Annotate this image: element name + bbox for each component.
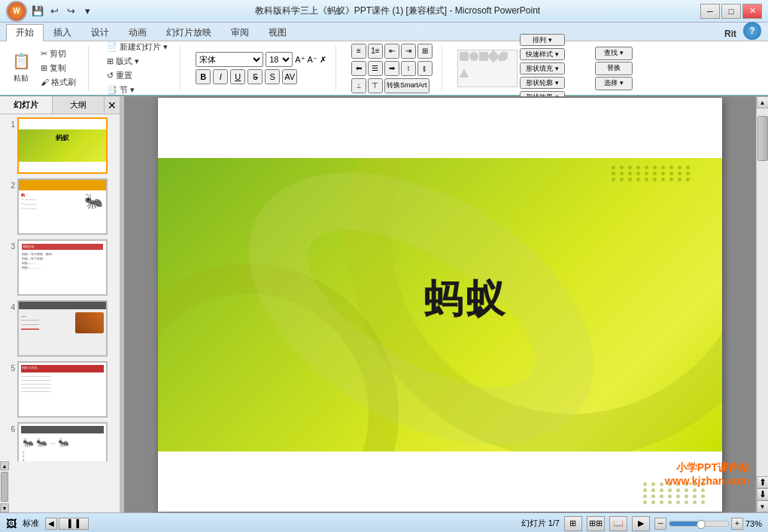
reset-button[interactable]: ↺ 重置 (104, 69, 171, 82)
reading-view-button[interactable]: 📖 (609, 516, 627, 531)
tab-slideshow[interactable]: 幻灯片放映 (156, 24, 221, 41)
theme-prev-button[interactable]: ◀ (45, 518, 57, 530)
strikethrough-button[interactable]: S̶ (247, 69, 263, 84)
slide-main-title[interactable]: 蚂蚁 (423, 273, 508, 326)
italic-button[interactable]: I (213, 69, 228, 84)
close-button[interactable]: ✕ (742, 4, 762, 19)
slide-thumb-6[interactable]: 🐜 🐜 —— 🐜 1. 2. 3. (17, 422, 108, 461)
shapes-panel[interactable] (457, 50, 518, 87)
list-item[interactable]: 4 ..... —————— —————— ▬▬▬▬▬▬ (3, 300, 117, 357)
tab-outline[interactable]: 大纲 (53, 96, 105, 114)
indent-less-button[interactable]: ⇤ (384, 44, 399, 59)
numbered-list-button[interactable]: 1≡ (368, 44, 383, 59)
title-bar: W 💾 ↩ ↪ ▾ 教科版科学三上《蚂蚁》PPT课件 (1) [兼容模式] - … (0, 0, 768, 23)
section-button[interactable]: 📑 节 ▾ (104, 84, 171, 96)
ribbon-tabs: 开始 插入 设计 动画 幻灯片放映 审阅 视图 Rit ? (0, 23, 768, 41)
zoom-level-button[interactable]: 73% (745, 519, 762, 528)
paste-button[interactable]: 📋 粘贴 (6, 47, 36, 89)
columns-button[interactable]: ⫿ (417, 61, 433, 76)
align-buttons: ⬅ ☰ ➡ ↕ ⫿ (351, 61, 433, 76)
slide-thumb-4[interactable]: ..... —————— —————— ▬▬▬▬▬▬ (17, 300, 108, 357)
slide-thumb-2[interactable]: 蚂 一 ———— 一 ———— 一 ———— 🐜 (17, 178, 108, 235)
panel-scroll-up-button[interactable]: ▲ (0, 461, 9, 470)
indent-more-button[interactable]: ⇥ (401, 44, 416, 59)
replace-button[interactable]: 替换 (595, 62, 633, 75)
slide-layout-button[interactable]: ⊞ 版式 ▾ (104, 55, 171, 68)
tab-slides[interactable]: 幻灯片 (0, 96, 53, 114)
align-right-button[interactable]: ➡ (384, 61, 399, 76)
list-item[interactable]: 2 蚂 一 ———— 一 ———— 一 ———— 🐜 (3, 178, 117, 235)
theme-next-button[interactable]: ▌▐ (59, 518, 89, 530)
shadow-button[interactable]: S (265, 69, 280, 84)
zoom-in-button[interactable]: + (731, 518, 743, 530)
clear-format-button[interactable]: ✗ (320, 55, 326, 65)
font-size-select[interactable]: 18 (266, 52, 293, 67)
list-item[interactable]: 1 蚂蚁 (3, 117, 117, 174)
align-text-button[interactable]: ⊤ (368, 78, 383, 93)
list-item[interactable]: 6 🐜 🐜 —— 🐜 1. 2. 3. (3, 422, 117, 461)
slide-sorter-button[interactable]: ⊞⊞ (587, 516, 605, 531)
increase-font-button[interactable]: A⁺ (295, 55, 305, 65)
paste-icon: 📋 (9, 49, 33, 73)
font-name-select[interactable]: 宋体 (196, 52, 263, 67)
decrease-font-button[interactable]: A⁻ (308, 55, 317, 65)
bullet-list-button[interactable]: ≡ (351, 44, 366, 59)
tab-design[interactable]: 设计 (81, 24, 119, 41)
cut-button[interactable]: ✂ 剪切 (38, 47, 79, 60)
scroll-page-down-button[interactable]: ⬇ (757, 488, 769, 500)
line-spacing-button[interactable]: ↕ (401, 61, 416, 76)
smartart2-button[interactable]: 转换SmartArt (384, 78, 430, 93)
text-dir-button[interactable]: ⟂ (351, 78, 366, 93)
font-style-buttons: B I U S̶ S AV (196, 69, 326, 84)
tab-animation[interactable]: 动画 (119, 24, 156, 41)
status-slide-icon[interactable]: 🖼 (6, 518, 17, 530)
bold-button[interactable]: B (196, 69, 211, 84)
zoom-slider-thumb[interactable] (697, 520, 706, 529)
copy-button[interactable]: ⊞ 复制 (38, 62, 79, 74)
find-button[interactable]: 查找 ▾ (595, 47, 633, 60)
char-spacing-button[interactable]: AV (282, 69, 297, 84)
format-painter-button[interactable]: 🖌 格式刷 (38, 76, 79, 89)
help-icon[interactable]: ? (743, 22, 761, 40)
normal-view-button[interactable]: ⊞ (564, 516, 582, 531)
slide-thumb-5[interactable]: 蚂蚁与其他... —————————— —————————— —————————… (17, 361, 108, 418)
scroll-down-button[interactable]: ▼ (757, 500, 769, 512)
new-slide-button[interactable]: 📄 新建幻灯片 ▾ (104, 41, 171, 53)
zoom-out-button[interactable]: ─ (654, 518, 666, 530)
slide-thumb-1[interactable]: 蚂蚁 (17, 117, 108, 174)
undo-button[interactable]: ↩ (47, 4, 62, 19)
panel-close-button[interactable]: ✕ (105, 96, 120, 114)
tab-review[interactable]: 审阅 (221, 24, 259, 41)
panel-scroll-thumb[interactable] (1, 472, 8, 502)
shape-fill-button[interactable]: 形状填充 ▾ (520, 62, 565, 74)
maximize-button[interactable]: □ (721, 4, 741, 19)
align-center-button[interactable]: ☰ (368, 61, 383, 76)
panel-scroll-down-button[interactable]: ▼ (0, 503, 9, 512)
redo-button[interactable]: ↪ (63, 4, 78, 19)
scroll-page-up-button[interactable]: ⬆ (757, 476, 769, 488)
slideshow-button[interactable]: ▶ (632, 516, 650, 531)
list-item[interactable]: 3 课题目标 蚂蚁—有头胸腹、触角... 蚂蚁—有六条腿... 蚂蚁—.....… (3, 239, 117, 296)
align-left-button[interactable]: ⬅ (351, 61, 366, 76)
quick-styles-button[interactable]: 快速样式 ▾ (520, 48, 565, 60)
office-button[interactable]: W (6, 1, 27, 22)
title-bar-left: W 💾 ↩ ↪ ▾ (6, 1, 95, 22)
save-button[interactable]: 💾 (30, 4, 45, 19)
underline-button[interactable]: U (230, 69, 245, 84)
customize-button[interactable]: ▾ (80, 4, 95, 19)
select-button[interactable]: 选择 ▾ (595, 77, 633, 90)
scroll-thumb[interactable] (757, 116, 768, 161)
minimize-button[interactable]: ─ (700, 4, 720, 19)
tab-view[interactable]: 视图 (259, 24, 296, 41)
tab-start[interactable]: 开始 (6, 24, 44, 42)
tab-insert[interactable]: 插入 (44, 24, 81, 41)
slide-canvas[interactable]: 蚂蚁 (158, 98, 722, 512)
drawing-controls: 排列 ▾ 快速样式 ▾ 形状填充 ▾ 形状轮廓 ▾ 形状效果 ▾ (457, 34, 565, 103)
list-item[interactable]: 5 蚂蚁与其他... —————————— —————————— ———————… (3, 361, 117, 418)
smartart-button[interactable]: ⊞ (417, 44, 433, 59)
arrange-button[interactable]: 排列 ▾ (520, 34, 565, 46)
scroll-up-button[interactable]: ▲ (757, 96, 769, 108)
slide-thumb-3[interactable]: 课题目标 蚂蚁—有头胸腹、触角... 蚂蚁—有六条腿... 蚂蚁—..... 蚂… (17, 239, 108, 296)
shape-outline-button[interactable]: 形状轮廓 ▾ (520, 77, 565, 89)
zoom-slider[interactable] (669, 521, 729, 527)
